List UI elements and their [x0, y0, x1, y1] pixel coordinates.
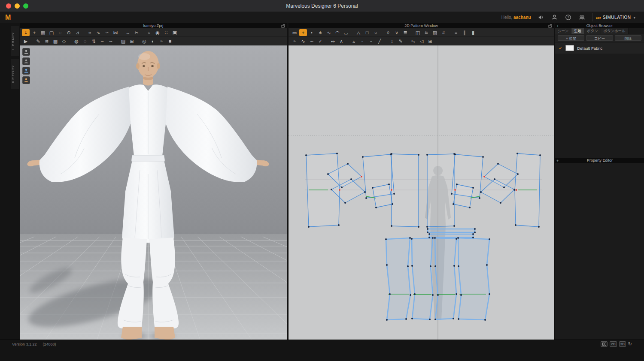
selected-point[interactable]: [483, 176, 486, 178]
selected-point[interactable]: [391, 189, 393, 191]
arrangement-points-icon[interactable]: ∷: [162, 29, 170, 36]
edit-point-icon[interactable]: •: [308, 29, 316, 36]
pattern-point[interactable]: [456, 293, 457, 295]
detach-sewing-icon[interactable]: ⋈: [112, 29, 119, 36]
pattern-piece[interactable]: [458, 238, 489, 320]
pattern-point[interactable]: [327, 173, 329, 175]
pattern-point[interactable]: [458, 318, 459, 320]
history-tab[interactable]: HISTORY: [11, 59, 19, 89]
pattern-point[interactable]: [432, 237, 434, 239]
curve-point-icon[interactable]: ◠: [334, 29, 341, 36]
pattern-point[interactable]: [458, 265, 459, 267]
pattern-canvas[interactable]: [289, 45, 554, 340]
add-fabric-button[interactable]: + 追加: [558, 35, 584, 41]
selected-point[interactable]: [516, 189, 518, 191]
pattern-point[interactable]: [350, 178, 352, 180]
pattern-point[interactable]: [456, 184, 458, 185]
pattern-point[interactable]: [418, 226, 419, 228]
pattern-point[interactable]: [497, 163, 499, 165]
zipper-tool-icon[interactable]: ⇅: [90, 38, 97, 45]
pattern-point[interactable]: [515, 224, 516, 226]
pattern-point[interactable]: [308, 226, 310, 228]
render-tool-icon[interactable]: ■: [166, 38, 174, 45]
split-view-icon[interactable]: [601, 341, 608, 347]
segment-sewing-icon[interactable]: ∿: [94, 29, 102, 36]
pattern-point[interactable]: [460, 294, 462, 296]
brush-tool-icon[interactable]: ✎: [34, 38, 42, 45]
pattern-point[interactable]: [344, 202, 346, 204]
pattern-point[interactable]: [517, 173, 519, 175]
wind-tool-icon[interactable]: ≈: [158, 38, 165, 45]
annotation-tool-icon[interactable]: ✎: [397, 38, 404, 45]
lasso-select-icon[interactable]: ◌: [56, 29, 64, 36]
show-garment-toggle[interactable]: [22, 57, 30, 65]
sewing-edit-2d-icon[interactable]: ≈: [291, 38, 298, 45]
symmetric-paste-icon[interactable]: ⇋: [409, 38, 417, 45]
toggle-2d-button[interactable]: 2D: [610, 341, 617, 347]
pattern-point[interactable]: [336, 153, 338, 154]
pattern-point[interactable]: [410, 294, 411, 296]
pattern-point[interactable]: [362, 156, 364, 158]
pattern-piece[interactable]: [373, 184, 392, 208]
scene-3d[interactable]: [20, 45, 287, 340]
pattern-point[interactable]: [407, 265, 409, 267]
help-icon[interactable]: ?: [565, 14, 572, 21]
pattern-point[interactable]: [347, 163, 349, 165]
pattern-point[interactable]: [426, 154, 428, 156]
pattern-point[interactable]: [472, 187, 474, 189]
show-pattern-toggle[interactable]: [22, 67, 30, 75]
pattern-point[interactable]: [489, 293, 490, 295]
pattern-point[interactable]: [454, 153, 456, 155]
pattern-point[interactable]: [392, 203, 393, 205]
measure-tape-icon[interactable]: ↔: [124, 29, 132, 36]
pattern-point[interactable]: [391, 225, 392, 227]
scissors-tool-icon[interactable]: ✂: [133, 29, 140, 36]
pattern-piece[interactable]: [392, 154, 419, 227]
edit-sewing-icon[interactable]: ≈: [86, 29, 94, 36]
pattern-point[interactable]: [427, 232, 428, 233]
polygon-tool-icon[interactable]: △: [355, 29, 362, 36]
pattern-point[interactable]: [411, 265, 413, 267]
pattern-point[interactable]: [364, 191, 366, 193]
pattern-point[interactable]: [434, 265, 436, 267]
tab-fabric[interactable]: 生地: [571, 28, 584, 34]
pattern-point[interactable]: [372, 187, 374, 189]
pattern-point[interactable]: [479, 197, 480, 199]
pattern-point[interactable]: [457, 237, 459, 239]
grainline-tool-icon[interactable]: ↕: [388, 38, 396, 45]
morph-tool-icon[interactable]: ◇: [60, 38, 68, 45]
circle-tool-icon[interactable]: ○: [372, 29, 380, 36]
pattern-point[interactable]: [338, 224, 340, 226]
pattern-svg[interactable]: [289, 45, 554, 340]
light-tool-icon[interactable]: ◐: [149, 38, 157, 45]
account-icon[interactable]: [551, 14, 559, 21]
delete-fabric-button[interactable]: 削除: [615, 35, 641, 41]
internal-rectangle-icon[interactable]: ▫: [358, 38, 366, 45]
tab-buttonhole[interactable]: ボタンホール: [601, 28, 629, 34]
pattern-piece[interactable]: [386, 238, 410, 320]
pattern-point[interactable]: [385, 238, 387, 240]
pattern-piece[interactable]: [429, 234, 473, 238]
pattern-point[interactable]: [411, 318, 413, 319]
pattern-point[interactable]: [494, 178, 495, 180]
simulation-button[interactable]: »» SIMULATION ▾: [592, 13, 639, 21]
free-sewing-2d-icon[interactable]: ∽: [308, 38, 316, 45]
segment-sewing-2d-icon[interactable]: ∿: [299, 38, 307, 45]
pattern-point[interactable]: [484, 319, 486, 321]
button-tool-icon[interactable]: ◍: [73, 38, 80, 45]
pattern-point[interactable]: [503, 187, 505, 188]
pattern-point[interactable]: [472, 233, 474, 235]
rectangle-tool-icon[interactable]: □: [363, 29, 371, 36]
pattern-piece[interactable]: [435, 238, 456, 319]
unfold-tool-icon[interactable]: ◁: [418, 38, 425, 45]
pattern-point[interactable]: [480, 191, 482, 193]
panel-collapse-icon[interactable]: +: [556, 24, 559, 29]
pattern-point[interactable]: [405, 318, 407, 320]
texture-edit-icon[interactable]: ▨: [119, 38, 127, 45]
show-avatar-icon[interactable]: ◉: [154, 29, 161, 36]
pattern-point[interactable]: [427, 228, 428, 230]
pattern-point[interactable]: [538, 226, 540, 228]
toggle-3d-button[interactable]: 3D: [619, 341, 626, 347]
pattern-point[interactable]: [437, 294, 439, 296]
community-icon[interactable]: [578, 14, 586, 21]
